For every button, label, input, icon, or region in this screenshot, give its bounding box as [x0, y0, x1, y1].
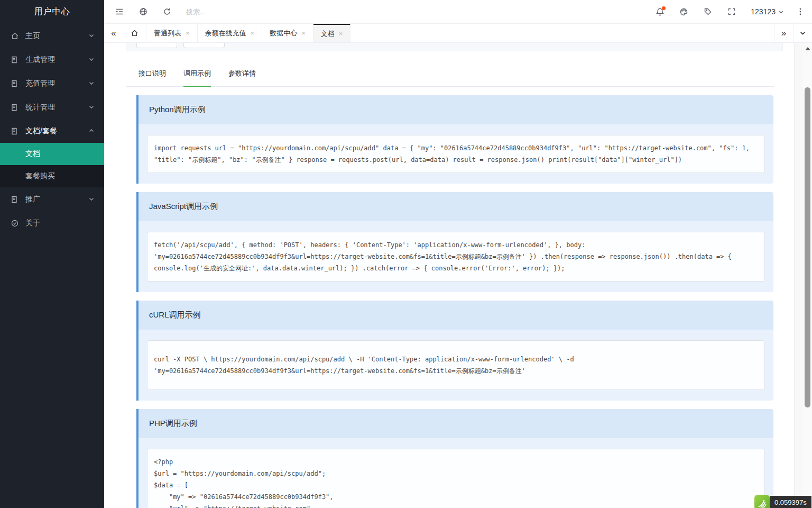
curl-code: curl -X POST \ https://yourdomain.com/ap… [154, 353, 758, 377]
close-icon[interactable]: × [251, 29, 255, 37]
close-icon[interactable]: × [301, 29, 306, 37]
docs-icon [11, 195, 19, 204]
sidebar-item-generate[interactable]: 生成管理 [0, 48, 104, 71]
sidebar-item-label: 推广 [25, 195, 88, 204]
tab-normal-list[interactable]: 普通列表 × [146, 24, 198, 42]
tag-icon [704, 7, 712, 16]
python-code: import requests url = "https://yourdomai… [154, 142, 758, 166]
menu-fold-icon [115, 7, 124, 16]
user-menu[interactable]: 123123 [751, 7, 784, 16]
tab-api-description[interactable]: 接口说明 [139, 62, 166, 86]
page-tabbar: « 普通列表 × 余额在线充值 × 数据中心 × 文档 × » [104, 24, 812, 43]
section-body: import requests url = "https://yourdomai… [139, 124, 773, 184]
section-header: JavaScript调用示例 [139, 192, 773, 221]
tab-label: 余额在线充值 [205, 29, 246, 38]
tab-label: 普通列表 [154, 29, 181, 38]
sidebar-item-promotion[interactable]: 推广 [0, 187, 104, 211]
notifications-button[interactable] [648, 0, 672, 24]
docs-icon [11, 56, 19, 64]
toolbar-button[interactable] [136, 43, 177, 48]
home-icon [131, 29, 139, 37]
fullscreen-button[interactable] [719, 0, 743, 24]
sidebar-subitem-label: 文档 [25, 149, 40, 159]
scrollbar-thumb[interactable] [805, 87, 810, 407]
chevron-down-icon [88, 56, 95, 64]
docs-icon [11, 79, 19, 88]
chevron-down-icon [88, 103, 95, 112]
scrollbar-up-button[interactable] [803, 44, 812, 53]
section-title: PHP调用示例 [149, 419, 763, 429]
tabs-scroll-right-button[interactable]: » [774, 24, 793, 42]
python-example-section: Python调用示例 import requests url = "https:… [136, 95, 773, 184]
sidebar-item-statistics[interactable]: 统计管理 [0, 95, 104, 119]
section-body: curl -X POST \ https://yourdomain.com/ap… [139, 330, 773, 401]
chevron-down-icon [88, 195, 95, 204]
sidebar-item-docs-packages[interactable]: 文档/套餐 [0, 119, 104, 143]
scrollbar-track[interactable] [803, 43, 812, 508]
toolbar-button[interactable] [183, 43, 225, 48]
section-header: PHP调用示例 [139, 409, 773, 438]
code-block: <?php $url = "https://yourdomain.com/api… [147, 449, 765, 508]
content-gutter [794, 43, 803, 508]
tab-data-center[interactable]: 数据中心 × [262, 24, 313, 42]
home-icon [11, 32, 19, 40]
toolbar-card-partial [126, 43, 783, 51]
sidebar-item-recharge[interactable]: 充值管理 [0, 71, 104, 95]
more-options-button[interactable] [788, 0, 812, 24]
close-icon[interactable]: × [339, 30, 343, 38]
curl-example-section: cURL调用示例 curl -X POST \ https://yourdoma… [136, 301, 773, 401]
collapse-sidebar-button[interactable] [107, 0, 131, 24]
load-time: 0.059397s [770, 496, 811, 508]
refresh-icon [163, 7, 171, 16]
sidebar-item-label: 统计管理 [25, 103, 88, 112]
kebab-icon [797, 7, 804, 16]
sidebar-item-label: 文档/套餐 [25, 126, 88, 136]
javascript-example-section: JavaScript调用示例 fetch('/api/scpu/add', { … [136, 192, 773, 292]
tab-call-examples[interactable]: 调用示例 [183, 62, 211, 86]
sidebar-item-home[interactable]: 主页 [0, 24, 104, 48]
code-block: fetch('/api/scpu/add', { method: 'POST',… [147, 232, 765, 282]
palette-icon [679, 7, 688, 16]
tag-button[interactable] [696, 0, 719, 24]
refresh-button[interactable] [155, 0, 179, 24]
globe-icon [139, 7, 147, 16]
sidebar-item-label: 关于 [25, 219, 95, 228]
tabs-scroll-left-button[interactable]: « [104, 24, 123, 42]
username: 123123 [751, 7, 776, 16]
framework-logo-icon[interactable] [754, 495, 770, 508]
php-code: <?php $url = "https://yourdomain.com/api… [154, 456, 758, 508]
chevron-down-icon [88, 32, 95, 40]
sidebar-subitem-package-purchase[interactable]: 套餐购买 [0, 165, 104, 187]
tab-parameter-details[interactable]: 参数详情 [228, 62, 256, 86]
search-input[interactable] [186, 8, 302, 16]
tab-label: 文档 [321, 29, 335, 39]
chevron-down-icon [799, 30, 806, 37]
tab-balance-recharge[interactable]: 余额在线充值 × [198, 24, 263, 42]
section-header: Python调用示例 [139, 95, 773, 124]
chevron-up-icon [88, 127, 95, 135]
javascript-code: fetch('/api/scpu/add', { method: 'POST',… [154, 239, 758, 274]
tabs-menu-button[interactable] [793, 24, 812, 42]
docs-icon [11, 103, 19, 112]
section-body: <?php $url = "https://yourdomain.com/api… [139, 438, 773, 508]
notification-dot [662, 6, 666, 10]
theme-button[interactable] [672, 0, 696, 24]
section-body: fetch('/api/scpu/add', { method: 'POST',… [139, 221, 773, 292]
topbar: 123123 [104, 0, 812, 24]
section-title: Python调用示例 [149, 105, 763, 115]
tab-home[interactable] [123, 24, 146, 42]
section-title: JavaScript调用示例 [149, 202, 763, 212]
main-content: 接口说明 调用示例 参数详情 Python调用示例 import request… [104, 43, 803, 508]
performance-badge: 0.059397s [754, 495, 811, 508]
sidebar-subitem-docs[interactable]: 文档 [0, 143, 104, 165]
section-header: cURL调用示例 [139, 301, 773, 330]
tab-label: 数据中心 [270, 29, 297, 38]
tab-docs[interactable]: 文档 × [313, 24, 351, 42]
shield-check-icon [11, 219, 19, 228]
sidebar-submenu: 文档 套餐购买 [0, 143, 104, 187]
sidebar-item-about[interactable]: 关于 [0, 211, 104, 235]
close-icon[interactable]: × [186, 29, 190, 37]
doc-tabs: 接口说明 调用示例 参数详情 [126, 62, 774, 87]
language-button[interactable] [131, 0, 155, 24]
docs-icon [11, 127, 19, 135]
